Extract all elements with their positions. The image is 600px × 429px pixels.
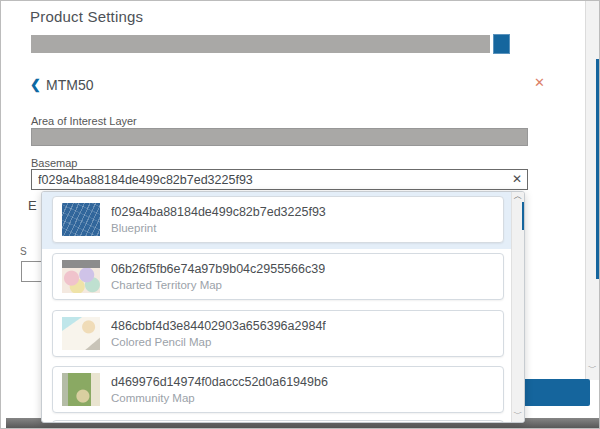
basemap-option-id: f029a4ba88184de499c82b7ed3225f93 [111,205,326,219]
window-scrollbar-down-icon[interactable]: ﹀ [586,363,599,373]
page-title: Product Settings [30,8,143,25]
basemap-option-name: Blueprint [111,222,326,234]
settings-slider-handle[interactable] [493,34,510,54]
basemap-option-row[interactable]: 06b26f5fb6e74a97b9b04c2955566c39 Charted… [42,249,511,306]
basemap-option-card[interactable]: 486cbbf4d3e84402903a656396a2984f Colored… [52,310,504,357]
back-button-label[interactable]: MTM50 [46,77,93,93]
dropdown-scrollbar[interactable]: ︿ ﹀ [511,192,524,422]
primary-action-button[interactable] [523,379,590,406]
clear-input-icon[interactable]: ✕ [512,172,522,186]
colored-pencil-map-thumbnail [62,317,100,350]
basemap-option-card[interactable]: f029a4ba88184de499c82b7ed3225f93 Bluepri… [52,196,504,243]
aoi-layer-input[interactable] [31,128,528,146]
window-scrollbar-thumb[interactable] [596,59,600,279]
basemap-option-id: d469976d14974f0daccc52d0a61949b6 [111,375,328,389]
basemap-dropdown: f029a4ba88184de499c82b7ed3225f93 Bluepri… [41,191,525,423]
back-chevron-icon[interactable]: ❮ [30,77,41,92]
basemap-option-card[interactable]: 06b26f5fb6e74a97b9b04c2955566c39 Charted… [52,253,504,300]
settings-slider-track[interactable] [31,35,490,53]
dropdown-scrollbar-thumb[interactable] [522,202,525,230]
window-scrollbar[interactable]: ﹀ [585,1,599,380]
occluded-label-fragment: S [20,246,27,257]
basemap-label: Basemap [31,157,77,169]
blueprint-map-thumbnail [62,203,100,236]
basemap-option-id: 486cbbf4d3e84402903a656396a2984f [111,319,326,333]
dropdown-scrollbar-up-icon[interactable]: ︿ [512,192,524,201]
basemap-dropdown-list: f029a4ba88184de499c82b7ed3225f93 Bluepri… [42,192,511,422]
basemap-option-name: Colored Pencil Map [111,336,326,348]
basemap-option-id: 06b26f5fb6e74a97b9b04c2955566c39 [111,262,325,276]
dropdown-scrollbar-down-icon[interactable]: ﹀ [512,409,524,419]
basemap-option-row[interactable]: f029a4ba88184de499c82b7ed3225f93 Bluepri… [42,192,511,249]
basemap-option-card[interactable]: d469976d14974f0daccc52d0a61949b6 Communi… [52,366,504,413]
occluded-label-fragment: E [28,198,37,213]
basemap-option-row[interactable]: 486cbbf4d3e84402903a656396a2984f Colored… [42,306,511,363]
basemap-option-name: Community Map [111,392,328,404]
basemap-option-name: Charted Territory Map [111,279,325,291]
aoi-layer-label: Area of Interest Layer [31,115,137,127]
close-icon[interactable]: ✕ [534,75,545,90]
basemap-input-wrap: ✕ [31,169,528,190]
community-map-thumbnail [62,373,100,406]
product-settings-window: Product Settings ﹀ ❮ MTM50 ✕ Area of Int… [0,0,600,429]
basemap-input[interactable] [32,170,527,189]
charted-territory-map-thumbnail [62,260,100,293]
basemap-option-row[interactable]: d469976d14974f0daccc52d0a61949b6 Communi… [42,362,511,419]
basemap-option-card-partial[interactable] [52,420,504,423]
